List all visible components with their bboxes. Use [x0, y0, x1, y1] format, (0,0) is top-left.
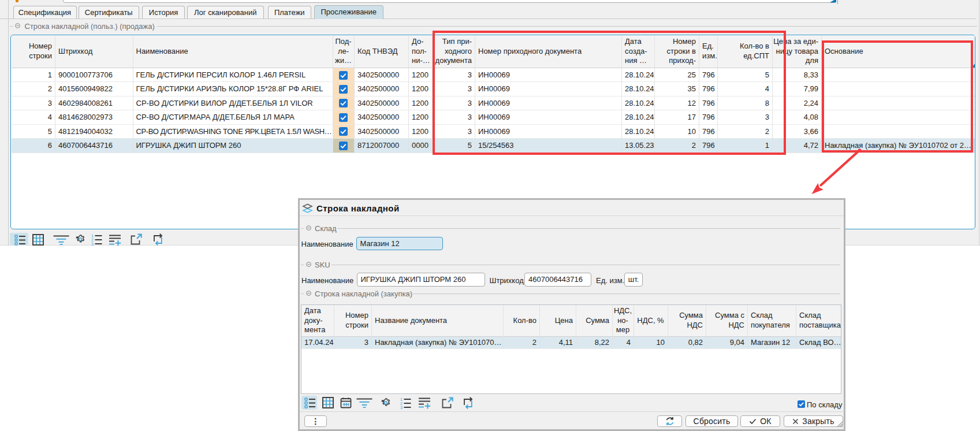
svg-text:1: 1	[91, 234, 94, 238]
svg-text:3: 3	[400, 406, 403, 409]
svg-text:1: 1	[400, 397, 403, 402]
svg-text:3: 3	[91, 242, 94, 246]
